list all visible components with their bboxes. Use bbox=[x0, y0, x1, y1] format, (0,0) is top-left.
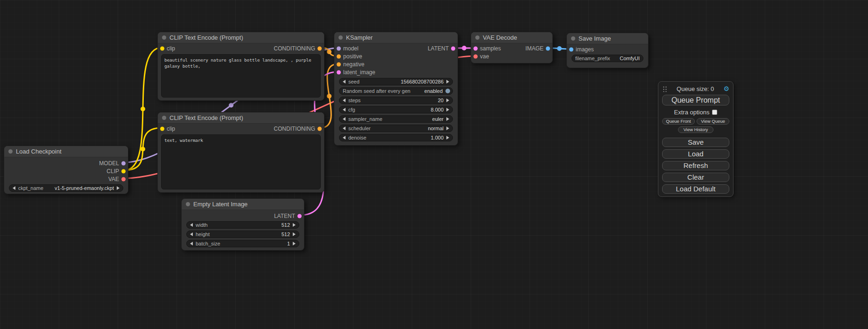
load-default-button[interactable]: Load Default bbox=[662, 184, 729, 194]
image-output-port[interactable] bbox=[546, 46, 550, 50]
refresh-button[interactable]: Refresh bbox=[662, 161, 729, 170]
node-collapse-dot[interactable] bbox=[186, 202, 190, 206]
wire-midpoint-dot bbox=[141, 147, 145, 152]
vae-output-port[interactable] bbox=[121, 177, 126, 181]
increment-arrow-icon[interactable] bbox=[293, 242, 296, 245]
output-label-conditioning: CONDITIONING bbox=[274, 126, 315, 132]
vae-input-port[interactable] bbox=[473, 54, 478, 58]
conditioning-output-port[interactable] bbox=[318, 46, 322, 50]
port-row-model-latent: model LATENT bbox=[334, 44, 458, 52]
widget-label: scheduler bbox=[348, 126, 371, 131]
wire-midpoint-dot bbox=[141, 107, 145, 112]
increment-arrow-icon[interactable] bbox=[293, 223, 296, 227]
view-history-button[interactable]: View History bbox=[678, 126, 713, 133]
negative-input-port[interactable] bbox=[337, 62, 341, 66]
scheduler-widget[interactable]: scheduler normal bbox=[339, 125, 453, 132]
node-title-bar[interactable]: CLIP Text Encode (Prompt) bbox=[158, 112, 324, 124]
decrement-arrow-icon[interactable] bbox=[343, 98, 346, 102]
input-label-latent-image: latent_image bbox=[343, 69, 375, 76]
node-empty-latent-image[interactable]: Empty Latent Image LATENT width 512 heig… bbox=[181, 198, 304, 251]
node-title-bar[interactable]: VAE Decode bbox=[471, 32, 552, 43]
node-title-bar[interactable]: Load Checkpoint bbox=[4, 146, 128, 157]
drag-handle-icon[interactable] bbox=[662, 85, 667, 92]
samples-input-port[interactable] bbox=[473, 46, 478, 50]
toggle-indicator-icon[interactable] bbox=[445, 89, 450, 93]
node-collapse-dot[interactable] bbox=[162, 35, 166, 40]
positive-prompt-textarea[interactable]: beautiful scenery nature glass bottle la… bbox=[161, 54, 321, 98]
width-widget[interactable]: width 512 bbox=[186, 221, 299, 229]
widget-value: 156680208700286 bbox=[401, 79, 444, 84]
decrement-arrow-icon[interactable] bbox=[343, 108, 346, 112]
comfyui-node-graph-canvas[interactable]: Load Checkpoint MODEL CLIP VAE ckpt_name… bbox=[0, 0, 868, 329]
latent-image-input-port[interactable] bbox=[337, 70, 341, 74]
cfg-widget[interactable]: cfg 8.000 bbox=[339, 106, 453, 113]
node-title-bar[interactable]: KSampler bbox=[334, 32, 458, 43]
settings-gear-icon[interactable]: ⚙ bbox=[723, 85, 729, 92]
decrement-arrow-icon[interactable] bbox=[343, 80, 346, 84]
load-button[interactable]: Load bbox=[662, 149, 729, 159]
steps-widget[interactable]: steps 20 bbox=[339, 97, 453, 104]
wire-midpoint-dot bbox=[229, 103, 233, 108]
positive-input-port[interactable] bbox=[337, 54, 341, 58]
widget-label: batch_size bbox=[196, 241, 220, 246]
increment-arrow-icon[interactable] bbox=[446, 117, 449, 121]
random-seed-toggle-widget[interactable]: Random seed after every gen enabled bbox=[339, 87, 453, 95]
node-load-checkpoint[interactable]: Load Checkpoint MODEL CLIP VAE ckpt_name… bbox=[4, 146, 128, 194]
decrement-arrow-icon[interactable] bbox=[343, 136, 346, 140]
decrement-arrow-icon[interactable] bbox=[190, 232, 193, 236]
increment-arrow-icon[interactable] bbox=[293, 232, 296, 236]
node-collapse-dot[interactable] bbox=[475, 35, 480, 40]
node-title-bar[interactable]: Empty Latent Image bbox=[182, 199, 304, 210]
conditioning-output-port[interactable] bbox=[318, 126, 322, 131]
node-collapse-dot[interactable] bbox=[162, 116, 166, 120]
increment-arrow-icon[interactable] bbox=[446, 136, 449, 140]
increment-arrow-icon[interactable] bbox=[446, 98, 449, 102]
increment-arrow-icon[interactable] bbox=[446, 108, 449, 112]
decrement-arrow-icon[interactable] bbox=[190, 223, 193, 227]
clear-button[interactable]: Clear bbox=[662, 173, 729, 182]
clip-input-port[interactable] bbox=[160, 126, 164, 131]
port-row-negative: negative bbox=[334, 60, 458, 68]
seed-widget[interactable]: seed 156680208700286 bbox=[339, 78, 453, 85]
increment-arrow-icon[interactable] bbox=[446, 126, 449, 130]
node-title-bar[interactable]: CLIP Text Encode (Prompt) bbox=[158, 32, 324, 43]
save-button[interactable]: Save bbox=[662, 138, 729, 147]
latent-output-port[interactable] bbox=[451, 46, 455, 50]
queue-actions-row: Queue Front View Queue bbox=[662, 118, 729, 125]
node-collapse-dot[interactable] bbox=[571, 36, 575, 41]
increment-arrow-icon[interactable] bbox=[117, 186, 120, 190]
denoise-widget[interactable]: denoise 1.000 bbox=[339, 134, 453, 141]
sampler-name-widget[interactable]: sampler_name euler bbox=[339, 115, 453, 123]
filename-prefix-widget[interactable]: filename_prefix ComfyUI bbox=[572, 55, 643, 62]
node-clip-text-encode-negative[interactable]: CLIP Text Encode (Prompt) clip CONDITION… bbox=[157, 112, 325, 193]
height-widget[interactable]: height 512 bbox=[186, 231, 299, 238]
model-output-port[interactable] bbox=[121, 161, 126, 165]
model-input-port[interactable] bbox=[337, 46, 341, 50]
clip-input-port[interactable] bbox=[160, 46, 164, 50]
widget-value: 8.000 bbox=[430, 107, 444, 112]
batch-size-widget[interactable]: batch_size 1 bbox=[186, 240, 299, 247]
node-title-bar[interactable]: Save Image bbox=[567, 33, 648, 44]
ckpt-name-widget[interactable]: ckpt_name v1-5-pruned-emaonly.ckpt bbox=[9, 184, 123, 192]
images-input-port[interactable] bbox=[569, 47, 573, 51]
node-collapse-dot[interactable] bbox=[339, 35, 343, 40]
increment-arrow-icon[interactable] bbox=[446, 80, 449, 84]
extra-options-checkbox[interactable] bbox=[712, 110, 717, 115]
node-ksampler[interactable]: KSampler model LATENT positive negative … bbox=[334, 32, 458, 146]
port-row: clip CONDITIONING bbox=[158, 44, 324, 52]
decrement-arrow-icon[interactable] bbox=[13, 186, 15, 190]
view-queue-button[interactable]: View Queue bbox=[697, 118, 729, 125]
clip-output-port[interactable] bbox=[121, 169, 126, 173]
decrement-arrow-icon[interactable] bbox=[190, 242, 193, 245]
queue-front-button[interactable]: Queue Front bbox=[662, 118, 695, 125]
node-vae-decode[interactable]: VAE Decode samples IMAGE vae bbox=[471, 32, 553, 63]
latent-output-port[interactable] bbox=[297, 214, 302, 218]
decrement-arrow-icon[interactable] bbox=[343, 126, 346, 130]
decrement-arrow-icon[interactable] bbox=[343, 117, 346, 121]
node-collapse-dot[interactable] bbox=[8, 149, 13, 154]
queue-prompt-button[interactable]: Queue Prompt bbox=[662, 95, 729, 105]
node-clip-text-encode-positive[interactable]: CLIP Text Encode (Prompt) clip CONDITION… bbox=[157, 32, 325, 101]
node-save-image[interactable]: Save Image images filename_prefix ComfyU… bbox=[566, 33, 649, 68]
negative-prompt-textarea[interactable]: text, watermark bbox=[161, 134, 321, 189]
widget-label: denoise bbox=[348, 135, 367, 140]
